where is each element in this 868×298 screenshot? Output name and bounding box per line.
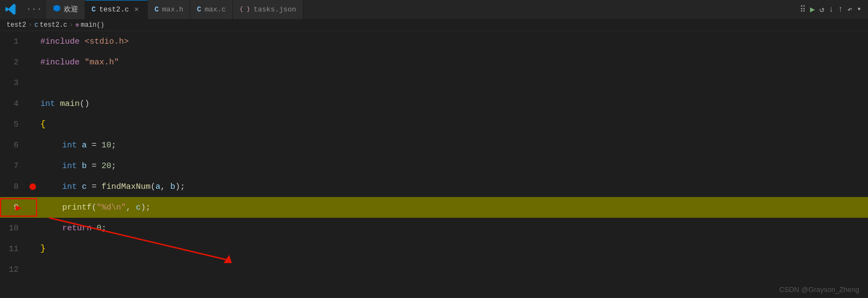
c-file-icon2: C bbox=[197, 5, 201, 14]
undo-icon[interactable]: ↶ bbox=[847, 4, 852, 15]
code-line-5: 5 { bbox=[0, 114, 868, 135]
breadcrumb-file[interactable]: C test2.c bbox=[34, 21, 67, 29]
tab-maxc-label: max.c bbox=[205, 5, 226, 14]
vscode-tab-icon bbox=[53, 4, 61, 14]
close-brace: } bbox=[40, 244, 46, 254]
tab-maxh-label: max.h bbox=[162, 5, 183, 14]
code-content-11: } bbox=[38, 244, 868, 254]
tab-bar-left: ··· 欢迎 C test2.c × C max.h C max.c bbox=[0, 0, 800, 19]
fn-main: main bbox=[60, 99, 80, 109]
header-maxh: "max.h" bbox=[85, 58, 119, 67]
breadcrumb: test2 › C test2.c › ⊕ main() bbox=[0, 19, 868, 31]
var-c: c bbox=[82, 182, 87, 192]
code-content-8: int c = findMaxNum ( a , b ); bbox=[38, 182, 868, 192]
c-file-icon: C bbox=[92, 5, 96, 14]
editor-area: 1 #include <stdio.h> 2 #include "max.h" … bbox=[0, 31, 868, 298]
line-num-6: 6 bbox=[0, 141, 27, 150]
keyword-include-2: #include bbox=[40, 58, 80, 67]
breadcrumb-sep2: › bbox=[69, 21, 73, 29]
arg-c: c bbox=[136, 203, 141, 212]
code-content-4: int main () bbox=[38, 99, 868, 109]
line-num-4: 4 bbox=[0, 99, 27, 109]
keyword-include-1: #include bbox=[40, 37, 80, 46]
val-0: 0 bbox=[97, 224, 101, 233]
fn-printf: printf bbox=[62, 203, 92, 212]
tab-test2c-close[interactable]: × bbox=[132, 5, 141, 14]
tab-maxc[interactable]: C max.c bbox=[190, 0, 233, 19]
tab-maxh[interactable]: C max.h bbox=[148, 0, 190, 19]
code-content-1: #include <stdio.h> bbox=[38, 37, 868, 46]
var-a: a bbox=[82, 141, 87, 150]
kw-int-a: int bbox=[62, 141, 77, 150]
tab-test2c[interactable]: C test2.c × bbox=[85, 0, 148, 19]
debug-arrow-icon: ▶ bbox=[16, 201, 22, 213]
code-line-6: 6 int a = 10 ; bbox=[0, 135, 868, 156]
code-line-9: ▶ 9 printf ( "%d\n" , c ); bbox=[0, 197, 868, 218]
breadcrumb-function[interactable]: ⊕ main() bbox=[75, 21, 104, 29]
var-b: b bbox=[82, 162, 87, 171]
breadcrumb-c-icon: C bbox=[34, 22, 38, 28]
code-content-6: int a = 10 ; bbox=[38, 141, 868, 150]
c-header-icon: C bbox=[154, 5, 159, 14]
line-num-3: 3 bbox=[0, 79, 27, 88]
gutter-8 bbox=[27, 183, 38, 190]
code-line-7: 7 int b = 20 ; bbox=[0, 156, 868, 176]
line-num-2: 2 bbox=[0, 58, 27, 67]
str-format: "%d\n" bbox=[97, 203, 126, 212]
debug-arrow-box: ▶ bbox=[0, 198, 37, 217]
header-stdio: <stdio.h> bbox=[85, 37, 129, 46]
line-num-7: 7 bbox=[0, 162, 27, 171]
code-content-5: { bbox=[38, 120, 868, 129]
line-num-5: 5 bbox=[0, 120, 27, 129]
kw-int-main: int bbox=[40, 99, 55, 109]
arg-a: a bbox=[155, 182, 160, 192]
json-file-icon: { } bbox=[240, 6, 250, 13]
tab-welcome-label: 欢迎 bbox=[64, 4, 78, 14]
code-content-10: return 0 ; bbox=[38, 224, 868, 233]
code-content-7: int b = 20 ; bbox=[38, 162, 868, 171]
code-line-2: 2 #include "max.h" bbox=[0, 52, 868, 73]
code-content-9: printf ( "%d\n" , c ); bbox=[38, 203, 868, 212]
code-line-8: 8 int c = findMaxNum ( a , b ); bbox=[0, 176, 868, 197]
vscode-small-icon bbox=[53, 4, 61, 12]
code-line-10: 10 return 0 ; bbox=[0, 218, 868, 239]
vscode-icon bbox=[5, 3, 17, 15]
line-num-1: 1 bbox=[0, 37, 27, 46]
code-line-1: 1 #include <stdio.h> bbox=[0, 31, 868, 52]
val-10: 10 bbox=[101, 141, 111, 150]
refresh-icon[interactable]: ↺ bbox=[819, 4, 824, 15]
tab-test2c-label: test2.c bbox=[99, 5, 129, 14]
step-out-icon[interactable]: ↑ bbox=[838, 5, 843, 14]
tab-tasksjson-label: tasks.json bbox=[254, 5, 296, 14]
run-icon[interactable]: ▶ bbox=[810, 4, 815, 15]
code-line-12: 12 bbox=[0, 259, 868, 280]
toolbar-right: ⠿ ▶ ↺ ↓ ↑ ↶ ▪ bbox=[800, 4, 868, 15]
breadcrumb-sep1: › bbox=[28, 21, 32, 29]
line-num-11: 11 bbox=[0, 245, 27, 254]
breadcrumb-test2[interactable]: test2 bbox=[7, 21, 26, 29]
step-over-icon[interactable]: ↓ bbox=[829, 5, 834, 14]
line-num-8: 8 bbox=[0, 182, 27, 192]
kw-int-b: int bbox=[62, 162, 77, 171]
code-line-3: 3 bbox=[0, 73, 868, 93]
kw-int-c: int bbox=[62, 182, 77, 192]
code-area[interactable]: 1 #include <stdio.h> 2 #include "max.h" … bbox=[0, 31, 868, 298]
line-num-12: 12 bbox=[0, 265, 27, 275]
tab-overflow-dots[interactable]: ··· bbox=[22, 4, 46, 14]
line-num-10: 10 bbox=[0, 224, 27, 233]
breadcrumb-func-icon: ⊕ bbox=[75, 21, 79, 28]
vscode-logo bbox=[0, 0, 22, 19]
tab-bar: ··· 欢迎 C test2.c × C max.h C max.c bbox=[0, 0, 868, 19]
tab-welcome[interactable]: 欢迎 bbox=[46, 0, 85, 19]
code-line-4: 4 int main () bbox=[0, 93, 868, 114]
code-content-2: #include "max.h" bbox=[38, 58, 868, 67]
val-20: 20 bbox=[101, 162, 111, 171]
kw-return: return bbox=[62, 224, 92, 233]
grid-icon[interactable]: ⠿ bbox=[800, 4, 806, 15]
code-line-11: 11 } bbox=[0, 239, 868, 259]
tab-tasksjson[interactable]: { } tasks.json bbox=[233, 0, 303, 19]
arg-b: b bbox=[170, 182, 175, 192]
stop-icon[interactable]: ▪ bbox=[857, 5, 861, 14]
breakpoint-dot bbox=[29, 183, 36, 190]
fn-findmaxnum: findMaxNum bbox=[101, 182, 151, 192]
